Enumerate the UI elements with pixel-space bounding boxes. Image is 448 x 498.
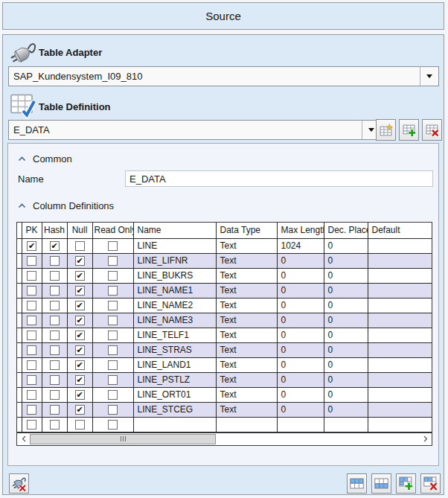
hash-checkbox[interactable] [50,256,60,266]
pk-cell[interactable] [22,402,42,417]
hash-checkbox[interactable] [50,420,60,430]
name-cell[interactable]: LINE_STCEG [133,402,216,417]
pk-cell[interactable] [22,372,42,387]
read-only-cell[interactable] [92,268,133,283]
read-only-checkbox[interactable] [108,331,118,340]
hash-cell[interactable] [42,372,67,387]
default-cell[interactable] [368,417,432,432]
scroll-right-arrow-icon[interactable] [419,433,432,445]
pk-checkbox[interactable] [27,345,36,355]
read-only-checkbox[interactable] [108,375,118,385]
read-only-checkbox[interactable] [108,241,118,251]
hash-checkbox[interactable] [50,345,60,355]
name-cell[interactable]: LINE_NAME2 [133,298,216,313]
name-cell[interactable]: LINE_PSTLZ [133,372,216,387]
read-only-checkbox[interactable] [108,405,118,415]
name-input[interactable] [125,170,433,187]
null-checkbox[interactable] [75,420,85,430]
common-section-toggle[interactable]: Common [18,153,72,165]
add-table-definition-button[interactable] [399,119,419,141]
read-only-cell[interactable] [92,328,133,342]
data-type-cell[interactable]: Text [216,268,277,283]
read-only-cell[interactable] [92,357,133,372]
column-header-dec-places[interactable]: Dec. Places [324,223,368,238]
read-only-cell[interactable] [92,372,133,387]
max-length-cell[interactable]: 0 [277,342,324,357]
max-length-cell[interactable]: 0 [277,372,324,387]
pk-checkbox[interactable] [27,405,36,415]
pk-checkbox[interactable]: ✔ [27,241,36,251]
pk-cell[interactable] [22,298,42,313]
hash-checkbox[interactable] [50,360,60,370]
default-cell[interactable] [368,372,432,387]
column-header-max-length[interactable]: Max Length [277,223,324,238]
read-only-checkbox[interactable] [108,390,118,400]
grid-bottom-rows-button[interactable] [371,473,391,494]
pk-cell[interactable] [22,342,42,357]
dec-places-cell[interactable]: 0 [324,328,368,342]
hash-checkbox[interactable] [50,271,60,281]
hash-cell[interactable] [42,342,67,357]
default-cell[interactable] [368,328,432,342]
null-cell[interactable]: ✔ [67,313,92,328]
null-checkbox[interactable]: ✔ [75,405,85,415]
h-scrollbar-thumb[interactable] [30,434,216,444]
null-checkbox[interactable] [75,241,85,251]
pk-checkbox[interactable] [27,331,36,340]
data-type-cell[interactable] [216,417,277,432]
pk-checkbox[interactable] [27,301,36,310]
read-only-cell[interactable] [92,402,133,417]
pk-cell[interactable] [22,387,42,402]
column-header-data-type[interactable]: Data Type [216,223,277,238]
max-length-cell[interactable]: 0 [277,268,324,283]
null-checkbox[interactable]: ✔ [75,256,85,266]
read-only-checkbox[interactable] [108,360,118,370]
read-only-checkbox[interactable] [108,256,118,266]
hash-checkbox[interactable] [50,301,60,310]
scroll-left-arrow-icon[interactable] [17,433,30,445]
column-header-name[interactable]: Name [133,223,216,238]
pk-checkbox[interactable] [27,375,36,385]
pk-checkbox[interactable] [27,360,36,370]
pk-cell[interactable] [22,268,42,283]
data-type-cell[interactable]: Text [216,387,277,402]
data-type-cell[interactable]: Text [216,283,277,298]
name-cell[interactable] [133,417,216,432]
table-adapter-dropdown-button[interactable] [420,67,438,86]
name-cell[interactable]: LINE_NAME3 [133,313,216,328]
name-cell[interactable]: LINE_STRAS [133,342,216,357]
default-cell[interactable] [368,283,432,298]
data-type-cell[interactable]: Text [216,402,277,417]
dec-places-cell[interactable]: 0 [324,342,368,357]
default-cell[interactable] [368,342,432,357]
default-cell[interactable] [368,298,432,313]
null-cell[interactable] [67,238,92,253]
null-cell[interactable]: ✔ [67,328,92,342]
pk-cell[interactable] [22,253,42,268]
grid-top-rows-button[interactable] [347,473,367,494]
default-cell[interactable] [368,238,432,253]
null-checkbox[interactable]: ✔ [75,360,85,370]
data-type-cell[interactable]: Text [216,298,277,313]
hash-cell[interactable] [42,417,67,432]
max-length-cell[interactable]: 0 [277,313,324,328]
column-definitions-section-toggle[interactable]: Column Definitions [18,200,114,211]
dec-places-cell[interactable]: 0 [324,283,368,298]
null-cell[interactable]: ✔ [67,342,92,357]
column-header-default[interactable]: Default [368,223,432,238]
max-length-cell[interactable]: 0 [277,253,324,268]
data-type-cell[interactable]: Text [216,253,277,268]
read-only-cell[interactable] [92,387,133,402]
dec-places-cell[interactable]: 0 [324,253,368,268]
max-length-cell[interactable]: 1024 [277,238,324,253]
pk-checkbox[interactable] [27,316,36,325]
null-checkbox[interactable]: ✔ [75,301,85,310]
max-length-cell[interactable]: 0 [277,402,324,417]
data-type-cell[interactable]: Text [216,372,277,387]
column-header-read-only[interactable]: Read Only [92,223,133,238]
null-checkbox[interactable]: ✔ [75,331,85,340]
read-only-cell[interactable] [92,342,133,357]
null-checkbox[interactable]: ✔ [75,271,85,281]
read-only-cell[interactable] [92,417,133,432]
pk-cell[interactable] [22,357,42,372]
